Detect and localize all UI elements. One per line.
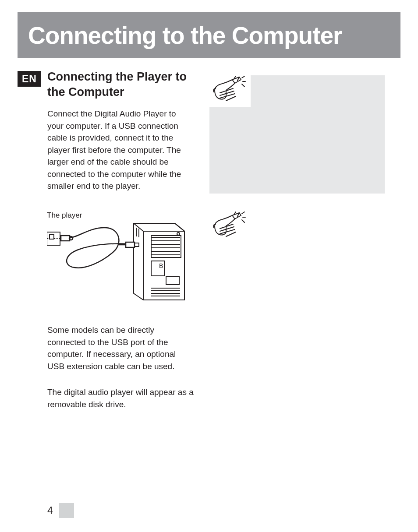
figure-caption: The player: [47, 211, 82, 220]
note-icon-wrap: [207, 208, 251, 243]
title-banner: Connecting to the Computer: [18, 12, 400, 58]
svg-point-15: [177, 233, 180, 235]
writing-hand-icon: [211, 75, 246, 103]
section-heading: Connecting the Player to the Computer: [47, 69, 190, 100]
svg-line-34: [226, 96, 236, 101]
svg-line-37: [242, 212, 244, 214]
note-icon-wrap: [207, 72, 251, 107]
svg-text:B: B: [159, 262, 163, 269]
body-paragraph-2: Some models can be directly connected to…: [47, 324, 194, 372]
svg-rect-19: [61, 236, 70, 241]
language-badge: EN: [18, 71, 41, 87]
connection-diagram: B: [47, 219, 187, 302]
connection-diagram-svg: B: [47, 219, 187, 302]
svg-line-30: [242, 84, 244, 87]
svg-rect-6: [151, 236, 181, 257]
writing-hand-icon: [211, 211, 246, 239]
page-number: 4: [47, 505, 53, 517]
svg-rect-17: [126, 242, 135, 247]
svg-rect-8: [166, 277, 179, 285]
svg-line-39: [242, 220, 244, 222]
body-paragraph-3: The digital audio player will appear as …: [47, 386, 194, 410]
note-box-1: [209, 75, 385, 194]
svg-line-28: [242, 76, 244, 78]
page-square-marker: [59, 503, 74, 518]
note-box-2: [209, 211, 385, 377]
language-code: EN: [22, 73, 37, 85]
page-title: Connecting to the Computer: [28, 21, 342, 49]
body-paragraph-1: Connect the Digital Audio Player to your…: [47, 108, 192, 192]
page-footer: 4: [47, 503, 74, 518]
svg-rect-16: [135, 243, 139, 247]
svg-line-43: [226, 232, 236, 236]
